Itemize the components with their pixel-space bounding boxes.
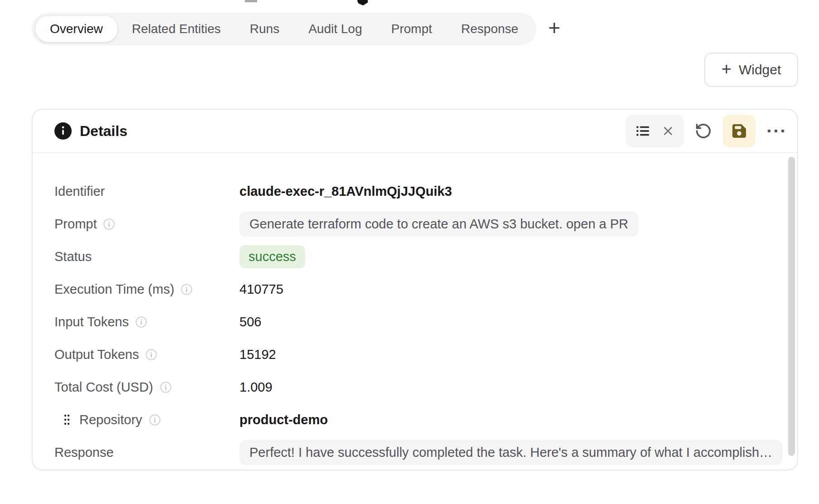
field-label: Execution Time (ms): [54, 282, 174, 297]
info-tooltip-icon[interactable]: [180, 283, 193, 296]
details-card-header: Details: [33, 110, 797, 153]
status-badge: success: [239, 245, 305, 268]
info-tooltip-icon[interactable]: [103, 218, 115, 230]
field-row-status: Status success: [54, 240, 779, 273]
info-tooltip-icon[interactable]: [160, 381, 172, 393]
page: Overview Related Entities Runs Audit Log…: [0, 0, 819, 504]
tab-bar-row: Overview Related Entities Runs Audit Log…: [32, 13, 561, 45]
info-tooltip-icon[interactable]: [135, 316, 147, 328]
repository-value: product-demo: [239, 412, 328, 427]
tab-audit-log[interactable]: Audit Log: [294, 16, 376, 42]
field-row-input-tokens: Input Tokens 506: [54, 305, 779, 338]
tab-related-entities[interactable]: Related Entities: [117, 16, 235, 42]
tab-overview[interactable]: Overview: [35, 16, 117, 42]
info-tooltip-icon[interactable]: [149, 414, 161, 426]
tab-runs[interactable]: Runs: [235, 16, 294, 42]
list-icon[interactable]: [635, 123, 650, 139]
total-cost-value: 1.009: [239, 380, 273, 395]
field-label: Response: [54, 445, 114, 460]
card-title: Details: [80, 123, 127, 140]
field-row-output-tokens: Output Tokens 15192: [54, 338, 779, 371]
tab-bar: Overview Related Entities Runs Audit Log…: [32, 13, 536, 45]
field-label: Repository: [79, 412, 142, 427]
add-tab-button[interactable]: +: [548, 17, 561, 41]
cropped-title-glyph-fragment: [357, 0, 368, 5]
output-tokens-value: 15192: [239, 347, 276, 362]
tab-response[interactable]: Response: [447, 16, 533, 42]
save-button[interactable]: [723, 115, 756, 147]
field-row-response: Response Perfect! I have successfully co…: [54, 436, 779, 469]
tab-prompt[interactable]: Prompt: [377, 16, 447, 42]
cropped-title-fragment: [245, 0, 257, 2]
field-row-prompt: Prompt Generate terraform code to create…: [54, 208, 779, 240]
response-value: Perfect! I have successfully completed t…: [239, 440, 782, 465]
drag-handle-icon[interactable]: [63, 414, 70, 426]
info-tooltip-icon[interactable]: [145, 349, 157, 361]
info-circle-icon: [54, 122, 72, 140]
field-row-execution-time: Execution Time (ms) 410775: [54, 273, 779, 305]
input-tokens-value: 506: [239, 315, 261, 330]
field-label: Identifier: [54, 184, 105, 199]
field-row-repository: Repository product-demo: [54, 403, 779, 436]
field-row-total-cost: Total Cost (USD) 1.009: [54, 371, 779, 403]
field-label: Output Tokens: [54, 347, 139, 362]
execution-time-value: 410775: [239, 282, 283, 297]
field-row-identifier: Identifier claude-exec-r_81AVnlmQjJJQuik…: [54, 175, 779, 208]
prompt-value: Generate terraform code to create an AWS…: [239, 212, 639, 237]
details-card: Details: [32, 109, 798, 470]
field-label: Prompt: [54, 217, 97, 232]
undo-rotate-ccw-icon[interactable]: [695, 122, 712, 140]
widget-header-icon-group: [626, 115, 684, 147]
field-label: Status: [54, 249, 92, 264]
close-icon[interactable]: [661, 124, 675, 138]
save-floppy-icon: [730, 122, 748, 140]
add-widget-button[interactable]: + Widget: [704, 53, 798, 87]
field-label: Total Cost (USD): [54, 380, 153, 395]
ellipsis-icon[interactable]: [766, 128, 785, 134]
identifier-value: claude-exec-r_81AVnlmQjJJQuik3: [239, 184, 452, 199]
plus-icon: +: [722, 60, 731, 79]
details-field-list: Identifier claude-exec-r_81AVnlmQjJJQuik…: [33, 153, 797, 469]
field-label: Input Tokens: [54, 315, 129, 330]
widget-button-label: Widget: [739, 62, 781, 78]
scrollbar-thumb[interactable]: [788, 157, 795, 456]
